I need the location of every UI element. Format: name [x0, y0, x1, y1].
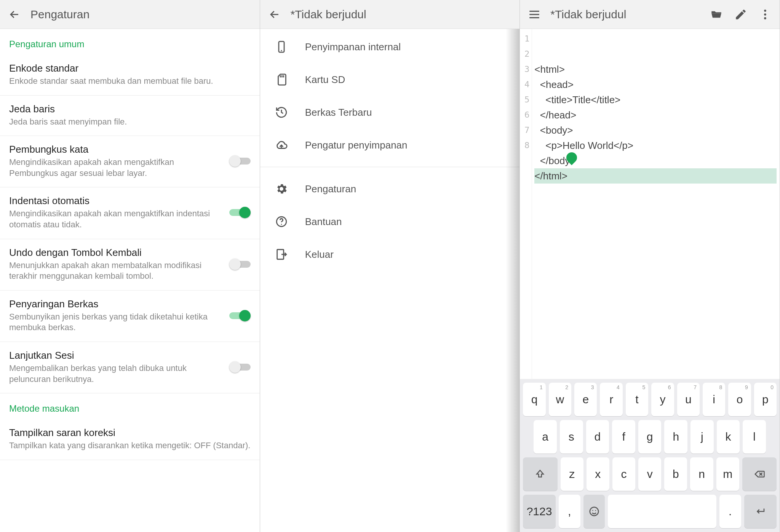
key-l[interactable]: l [743, 420, 766, 454]
toggle-switch[interactable] [229, 155, 251, 167]
key-o[interactable]: o9 [728, 383, 751, 416]
key-s[interactable]: s [560, 420, 583, 454]
line-number: 4 [520, 77, 532, 92]
svg-point-10 [764, 13, 766, 16]
setting-item[interactable]: Indentasi otomatisMengindikasikan apakah… [0, 187, 260, 239]
key-w[interactable]: w2 [549, 383, 571, 416]
code-line[interactable]: </html> [534, 168, 777, 184]
key-c[interactable]: c [612, 457, 635, 491]
setting-item[interactable]: Tampilkan saran koreksiTampilkan kata ya… [0, 419, 260, 460]
code-line[interactable]: <p>Hello World</p> [534, 138, 777, 153]
file-title: *Tidak berjudul [550, 8, 700, 21]
key-i[interactable]: i8 [703, 383, 725, 416]
emoji-key[interactable] [583, 495, 605, 528]
spacebar-key[interactable] [608, 495, 716, 528]
gear-icon [275, 182, 288, 196]
code-line[interactable]: <title>Title</title> [534, 92, 777, 107]
key-n[interactable]: n [690, 457, 713, 491]
toggle-switch[interactable] [229, 207, 251, 218]
key-p[interactable]: p0 [754, 383, 777, 416]
line-number: 3 [520, 62, 532, 77]
comma-key[interactable]: , [559, 495, 580, 528]
folder-open-icon[interactable] [708, 6, 725, 23]
shift-key[interactable] [523, 457, 557, 491]
back-icon[interactable] [6, 6, 23, 23]
drawer-item[interactable]: Pengaturan [260, 173, 520, 205]
setting-item[interactable]: Pembungkus kataMengindikasikan apakah ak… [0, 136, 260, 187]
key-d[interactable]: d [586, 420, 609, 454]
key-t[interactable]: t5 [626, 383, 648, 416]
key-f[interactable]: f [612, 420, 635, 454]
setting-item[interactable]: Penyaringan BerkasSembunyikan jenis berk… [0, 291, 260, 342]
drawer-item[interactable]: Berkas Terbaru [260, 96, 520, 129]
drawer-item-label: Pengatur penyimpanan [305, 139, 408, 151]
key-x[interactable]: x [587, 457, 609, 491]
backspace-key[interactable] [742, 457, 777, 491]
toggle-switch[interactable] [229, 259, 251, 270]
more-icon[interactable] [757, 6, 774, 23]
setting-title: Enkode standar [9, 62, 251, 74]
code-line[interactable]: <head> [534, 77, 777, 92]
editor-panel: *Tidak berjudul 12345678 <html> <head> <… [520, 0, 780, 532]
cloud-icon [275, 138, 288, 152]
code-editor[interactable]: 12345678 <html> <head> <title>Title</tit… [520, 29, 780, 379]
drawer-item[interactable]: Pengatur penyimpanan [260, 129, 520, 161]
svg-point-7 [281, 224, 282, 225]
settings-list[interactable]: Pengaturan umumEnkode standarEnkode stan… [0, 29, 260, 532]
setting-title: Jeda baris [9, 103, 251, 115]
drawer-panel: *Tidak berjudul Penyimpanan internalKart… [260, 0, 520, 532]
drawer-item-label: Bantuan [305, 216, 342, 228]
setting-item[interactable]: Jeda barisJeda baris saat menyimpan file… [0, 96, 260, 136]
setting-subtitle: Menunjukkan apakah akan membatalkan modi… [9, 260, 222, 282]
setting-subtitle: Tampilkan kata yang disarankan ketika me… [9, 440, 251, 451]
period-key[interactable]: . [719, 495, 741, 528]
setting-title: Tampilkan saran koreksi [9, 427, 251, 439]
file-title: *Tidak berjudul [291, 8, 514, 21]
back-icon[interactable] [266, 6, 283, 23]
key-y[interactable]: y6 [651, 383, 674, 416]
symbols-key[interactable]: ?123 [523, 495, 555, 528]
line-number: 7 [520, 123, 532, 138]
key-u[interactable]: u7 [677, 383, 700, 416]
drawer-item[interactable]: Penyimpanan internal [260, 30, 520, 63]
code-line[interactable]: <html> [534, 62, 777, 77]
setting-subtitle: Mengembalikan berkas yang telah dibuka u… [9, 363, 222, 385]
code-area[interactable]: <html> <head> <title>Title</title> </hea… [532, 29, 780, 379]
setting-item[interactable]: Enkode standarEnkode standar saat membuk… [0, 55, 260, 96]
key-a[interactable]: a [534, 420, 557, 454]
key-q[interactable]: q1 [523, 383, 545, 416]
setting-item[interactable]: Undo dengan Tombol KembaliMenunjukkan ap… [0, 239, 260, 291]
hamburger-icon[interactable] [526, 6, 543, 23]
toggle-switch[interactable] [229, 310, 251, 321]
key-j[interactable]: j [690, 420, 714, 454]
svg-point-15 [592, 510, 593, 511]
toggle-switch[interactable] [229, 361, 251, 373]
drawer-item[interactable]: Kartu SD [260, 63, 520, 96]
code-line[interactable]: </head> [534, 107, 777, 123]
code-line[interactable]: <body> [534, 123, 777, 138]
edit-icon[interactable] [732, 6, 749, 23]
divider [260, 167, 520, 167]
key-b[interactable]: b [664, 457, 687, 491]
svg-point-16 [595, 510, 596, 511]
key-z[interactable]: z [561, 457, 583, 491]
drawer-item[interactable]: Bantuan [260, 205, 520, 238]
key-r[interactable]: r4 [600, 383, 622, 416]
section-header: Metode masukan [0, 393, 260, 419]
key-k[interactable]: k [717, 420, 740, 454]
key-h[interactable]: h [664, 420, 687, 454]
line-gutter: 12345678 [520, 29, 532, 379]
setting-subtitle: Mengindikasikan apakah akan mengaktifkan… [9, 208, 222, 230]
key-g[interactable]: g [638, 420, 662, 454]
drawer-item-label: Kartu SD [305, 74, 345, 86]
enter-key[interactable] [744, 495, 777, 528]
key-m[interactable]: m [716, 457, 739, 491]
line-number: 1 [520, 31, 532, 46]
key-v[interactable]: v [638, 457, 661, 491]
svg-point-9 [764, 10, 766, 12]
drawer-item[interactable]: Keluar [260, 238, 520, 271]
setting-item[interactable]: Lanjutkan SesiMengembalikan berkas yang … [0, 342, 260, 393]
line-number: 2 [520, 46, 532, 62]
key-e[interactable]: e3 [574, 383, 597, 416]
line-number: 6 [520, 107, 532, 123]
